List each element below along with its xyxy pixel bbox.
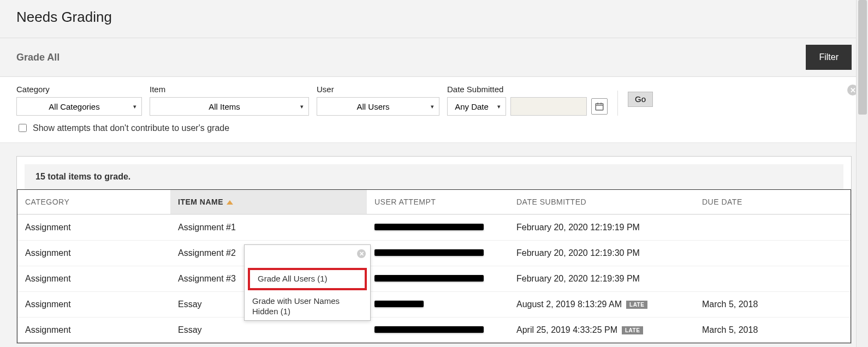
scrollbar-thumb[interactable]	[858, 0, 867, 115]
item-context-menu: ✕ Grade All Users (1) Grade with User Na…	[244, 244, 371, 321]
redacted-user	[374, 249, 484, 256]
cell-category: Assignment	[17, 318, 170, 343]
show-attempts-label: Show attempts that don't contribute to u…	[33, 123, 229, 133]
cell-category: Assignment	[17, 215, 170, 240]
table-row[interactable]: AssignmentAssignment #3February 20, 2020…	[17, 266, 851, 291]
svg-rect-0	[596, 104, 603, 110]
filter-date-label: Date Submitted	[447, 85, 608, 94]
cell-user-attempt[interactable]	[367, 292, 509, 317]
cell-item-name[interactable]: Assignment #1	[170, 215, 367, 240]
item-select[interactable]: All Items	[150, 97, 309, 116]
filter-category: Category All Categories	[16, 85, 142, 116]
cell-due-date: March 5, 2018	[694, 292, 851, 317]
filters-panel: ✕ Category All Categories Item All Items…	[0, 77, 868, 143]
show-attempts-checkbox[interactable]	[19, 124, 27, 132]
filter-user: User All Users	[317, 85, 439, 116]
cell-category: Assignment	[17, 241, 170, 266]
col-item-name-label: ITEM NAME	[178, 198, 223, 206]
show-attempts-row: Show attempts that don't contribute to u…	[16, 122, 852, 134]
cell-date-submitted: February 20, 2020 12:19:30 PM	[509, 241, 694, 266]
results-panel: 15 total items to grade. CATEGORY ITEM N…	[16, 156, 852, 344]
go-button[interactable]: Go	[628, 92, 653, 107]
menu-grade-hidden[interactable]: Grade with User Names Hidden (1)	[245, 292, 370, 321]
cell-user-attempt[interactable]	[367, 215, 509, 240]
cell-due-date	[694, 266, 851, 291]
cell-user-attempt[interactable]	[367, 266, 509, 291]
table-row[interactable]: AssignmentAssignment #1February 20, 2020…	[17, 214, 851, 240]
date-input[interactable]	[510, 97, 587, 116]
user-select[interactable]: All Users	[317, 97, 439, 116]
filter-user-label: User	[317, 85, 439, 94]
col-item-name[interactable]: ITEM NAME	[170, 190, 367, 214]
category-select[interactable]: All Categories	[16, 97, 142, 116]
cell-category: Assignment	[17, 292, 170, 317]
redacted-user	[374, 326, 484, 333]
calendar-icon[interactable]	[591, 98, 608, 115]
grading-table: CATEGORY ITEM NAME USER ATTEMPT DATE SUB…	[17, 189, 851, 343]
late-badge: LATE	[626, 301, 647, 309]
cell-user-attempt[interactable]	[367, 318, 509, 343]
sort-ascending-icon	[227, 200, 233, 205]
filter-item: Item All Items	[150, 85, 309, 116]
filter-date: Date Submitted Any Date	[447, 85, 608, 116]
scrollbar[interactable]	[856, 0, 868, 347]
grade-all-bar: Grade All Filter	[0, 38, 868, 77]
filter-button[interactable]: Filter	[806, 45, 852, 70]
menu-grade-all-users[interactable]: Grade All Users (1)	[248, 268, 367, 290]
date-select[interactable]: Any Date	[447, 97, 506, 116]
cell-due-date: March 5, 2018	[694, 318, 851, 343]
cell-due-date	[694, 215, 851, 240]
table-row[interactable]: AssignmentAssignment #2February 20, 2020…	[17, 240, 851, 266]
table-row[interactable]: AssignmentEssayApril 25, 2019 4:33:25 PM…	[17, 317, 851, 343]
page-title: Needs Grading	[0, 0, 868, 38]
col-due-date[interactable]: DUE DATE	[694, 190, 851, 214]
cell-date-submitted: August 2, 2019 8:13:29 AMLATE	[509, 292, 694, 317]
col-date-submitted[interactable]: DATE SUBMITTED	[509, 190, 694, 214]
filter-item-label: Item	[150, 85, 309, 94]
table-row[interactable]: AssignmentEssayAugust 2, 2019 8:13:29 AM…	[17, 291, 851, 317]
redacted-user	[374, 224, 484, 230]
cell-item-name[interactable]: Essay	[170, 318, 367, 343]
grade-all-label[interactable]: Grade All	[16, 52, 60, 63]
filter-category-label: Category	[16, 85, 142, 94]
redacted-user	[374, 275, 484, 282]
table-header: CATEGORY ITEM NAME USER ATTEMPT DATE SUB…	[17, 190, 851, 214]
late-badge: LATE	[622, 326, 643, 334]
redacted-user	[374, 301, 424, 307]
col-category[interactable]: CATEGORY	[17, 190, 170, 214]
cell-user-attempt[interactable]	[367, 241, 509, 266]
total-count: 15 total items to grade.	[25, 164, 843, 189]
cell-date-submitted: February 20, 2020 12:19:39 PM	[509, 266, 694, 291]
col-user-attempt[interactable]: USER ATTEMPT	[367, 190, 509, 214]
cell-date-submitted: April 25, 2019 4:33:25 PMLATE	[509, 318, 694, 343]
divider	[617, 91, 618, 116]
cell-date-submitted: February 20, 2020 12:19:19 PM	[509, 215, 694, 240]
cell-category: Assignment	[17, 266, 170, 291]
close-menu-icon[interactable]: ✕	[357, 249, 366, 258]
cell-due-date	[694, 241, 851, 266]
